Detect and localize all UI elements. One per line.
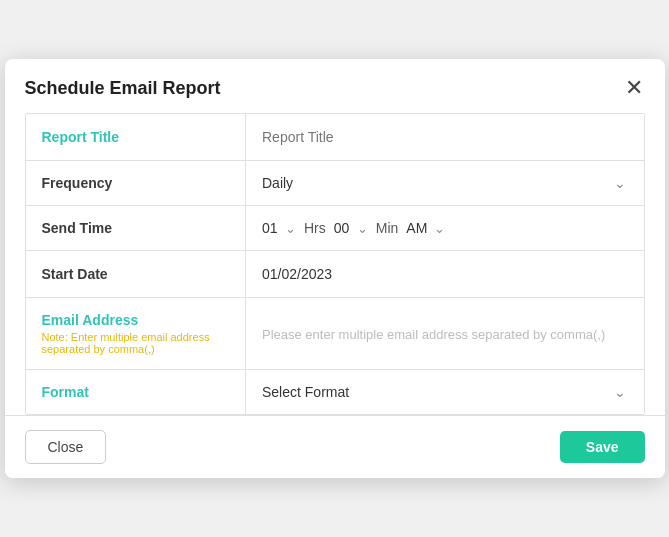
email-address-placeholder: Please enter multiple email address sepa… — [262, 327, 605, 342]
ampm-select-wrapper: AMPM ⌄ — [406, 220, 445, 236]
ampm-select[interactable]: AMPM — [406, 220, 445, 236]
hrs-label: Hrs — [304, 220, 326, 236]
frequency-select[interactable]: Daily Weekly Monthly — [262, 175, 628, 191]
format-row: Format Select Format PDF Excel CSV ⌄ — [26, 370, 644, 415]
close-button[interactable]: Close — [25, 430, 107, 464]
email-address-label: Email Address — [42, 312, 139, 328]
report-title-input[interactable] — [262, 129, 628, 145]
report-title-input-cell — [246, 114, 644, 161]
start-date-label: Start Date — [42, 266, 108, 282]
min-label: Min — [376, 220, 399, 236]
report-title-label-cell: Report Title — [26, 114, 246, 161]
modal-header: Schedule Email Report ✕ — [5, 59, 665, 113]
frequency-row: Frequency Daily Weekly Monthly ⌄ — [26, 161, 644, 206]
schedule-email-report-modal: Schedule Email Report ✕ Report Title — [5, 59, 665, 478]
email-address-input-cell: Please enter multiple email address sepa… — [246, 298, 644, 370]
email-address-label-cell: Email Address Note: Enter multiple email… — [26, 298, 246, 370]
start-date-label-cell: Start Date — [26, 251, 246, 298]
modal-footer: Close Save — [5, 415, 665, 478]
frequency-select-wrapper: Daily Weekly Monthly ⌄ — [262, 175, 628, 191]
modal-overlay: Schedule Email Report ✕ Report Title — [0, 0, 669, 537]
hour-select-wrapper: 01020304 05060708 09101112 ⌄ — [262, 220, 296, 236]
email-address-note: Note: Enter multiple email address separ… — [42, 331, 230, 355]
start-date-row: Start Date 01/02/2023 — [26, 251, 644, 298]
report-title-label: Report Title — [42, 129, 120, 145]
send-time-controls-cell: 01020304 05060708 09101112 ⌄ Hrs 0 — [246, 206, 644, 251]
modal-title: Schedule Email Report — [25, 78, 221, 99]
frequency-select-cell: Daily Weekly Monthly ⌄ — [246, 161, 644, 206]
start-date-value: 01/02/2023 — [262, 266, 332, 282]
hour-select[interactable]: 01020304 05060708 09101112 — [262, 220, 296, 236]
modal-close-button[interactable]: ✕ — [623, 77, 645, 99]
minute-select-wrapper: 00051015 20253035 40455055 ⌄ — [334, 220, 368, 236]
send-time-label: Send Time — [42, 220, 113, 236]
send-time-label-cell: Send Time — [26, 206, 246, 251]
start-date-value-cell: 01/02/2023 — [246, 251, 644, 298]
format-label: Format — [42, 384, 89, 400]
format-select-cell: Select Format PDF Excel CSV ⌄ — [246, 370, 644, 415]
frequency-label: Frequency — [42, 175, 113, 191]
format-select[interactable]: Select Format PDF Excel CSV — [262, 384, 628, 400]
save-button[interactable]: Save — [560, 431, 645, 463]
format-label-cell: Format — [26, 370, 246, 415]
form-table-wrap: Report Title Frequency — [25, 113, 645, 415]
frequency-label-cell: Frequency — [26, 161, 246, 206]
report-title-row: Report Title — [26, 114, 644, 161]
form-table: Report Title Frequency — [26, 114, 644, 414]
send-time-row: Send Time 01020304 05060708 09101112 — [26, 206, 644, 251]
send-time-controls: 01020304 05060708 09101112 ⌄ Hrs 0 — [262, 220, 628, 236]
format-select-wrapper: Select Format PDF Excel CSV ⌄ — [262, 384, 628, 400]
minute-select[interactable]: 00051015 20253035 40455055 — [334, 220, 368, 236]
modal-form: Report Title Frequency — [5, 113, 665, 415]
email-address-row: Email Address Note: Enter multiple email… — [26, 298, 644, 370]
